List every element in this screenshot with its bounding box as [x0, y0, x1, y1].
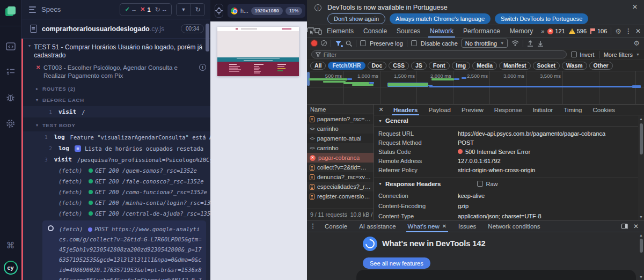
- see-all-features-button[interactable]: See all new features: [363, 257, 430, 269]
- chip-wasm[interactable]: Wasm: [562, 62, 587, 70]
- drawer-close-icon[interactable]: ✕: [633, 223, 639, 230]
- drawer-scrollbar[interactable]: ▲ ▼: [638, 232, 644, 280]
- network-settings-icon[interactable]: ⚙: [633, 39, 640, 47]
- clear-network-log-icon[interactable]: [321, 40, 327, 46]
- tab-elements[interactable]: Elements: [322, 25, 358, 38]
- tab-cookies[interactable]: Cookies: [587, 105, 620, 115]
- raw-headers-checkbox[interactable]: [477, 181, 483, 187]
- filter-input[interactable]: [324, 51, 562, 58]
- command-row[interactable]: 1 log Feature "visualizarAgendarConsulta…: [23, 131, 210, 143]
- browser-code-icon[interactable]: [0, 36, 21, 56]
- response-headers-section-header[interactable]: ▼ Response Headers Raw: [374, 178, 644, 189]
- network-log-row[interactable]: (fetch) GET 200 /central-de-ajuda?_rsc=1…: [23, 208, 210, 219]
- selected-network-log[interactable]: (fetch)POST https://www.google-analytics…: [42, 220, 206, 280]
- tab-performance[interactable]: Performance: [458, 25, 505, 38]
- more-tabs-icon[interactable]: »: [538, 28, 547, 34]
- command-row[interactable]: 1 visit /: [23, 106, 210, 117]
- network-log-row[interactable]: (fetch) GET 200 /quem-somos?_rsc=1352e: [23, 165, 210, 176]
- settings-gear-icon[interactable]: [0, 113, 21, 134]
- chip-all[interactable]: All: [310, 62, 326, 70]
- header-row[interactable]: Remote Address127.0.0.1:61792: [374, 156, 644, 165]
- scrollbar-thumb[interactable]: [640, 239, 643, 253]
- drawer-tab-console[interactable]: Console: [319, 220, 353, 232]
- reporter-scrollbar[interactable]: [206, 21, 209, 278]
- app-preview-screenshot[interactable]: [217, 27, 299, 76]
- test-body-section[interactable]: ▾ TEST BODY: [23, 118, 210, 131]
- suite-row[interactable]: ▾ TEST 51 - Comprar Horários Usuário não…: [23, 39, 210, 62]
- network-conditions-icon[interactable]: [511, 40, 519, 46]
- request-row-selected[interactable]: ✕pagar-cobranca: [307, 153, 374, 163]
- scroll-up-icon[interactable]: ▲: [639, 233, 643, 237]
- request-row[interactable]: register-conversion?_c...: [307, 191, 374, 201]
- drawer-tab-whats-new[interactable]: What's new✕: [402, 220, 452, 232]
- drawer-tab-issues[interactable]: Issues: [452, 220, 482, 232]
- search-icon[interactable]: [346, 40, 352, 47]
- drawer-tab-ai-assistance[interactable]: AI assistance: [353, 220, 401, 232]
- chip-font[interactable]: Font: [429, 62, 450, 70]
- inspect-element-icon[interactable]: [307, 27, 314, 35]
- dont-show-again-button[interactable]: Don't show again: [327, 13, 385, 24]
- request-list-header[interactable]: Name: [307, 105, 374, 114]
- devtools-close-icon[interactable]: ✕: [635, 27, 641, 35]
- header-row[interactable]: Status Code500 Internal Server Error: [374, 147, 644, 156]
- devtools-settings-icon[interactable]: ⚙: [615, 27, 621, 35]
- drawer-tab-network-conditions[interactable]: Network conditions: [482, 220, 546, 232]
- keyboard-shortcuts-icon[interactable]: ⌘: [0, 235, 21, 255]
- warning-count-badge[interactable]: 596: [569, 28, 587, 34]
- chip-media[interactable]: Media: [472, 62, 497, 70]
- filter-funnel-icon[interactable]: [335, 40, 342, 46]
- match-language-button[interactable]: Always match Chrome's language: [390, 13, 491, 24]
- network-log-row[interactable]: (fetch) GET 200 /fale-conosco?_rsc=1352e: [23, 176, 210, 187]
- tab-timing[interactable]: Timing: [558, 105, 587, 115]
- chip-js[interactable]: JS: [411, 62, 427, 70]
- tab-headers[interactable]: Headers: [388, 105, 423, 115]
- import-har-icon[interactable]: [527, 40, 533, 47]
- header-row[interactable]: Referrer Policystrict-origin-when-cross-…: [374, 165, 644, 174]
- request-row[interactable]: <>pagamento-atual: [307, 134, 374, 143]
- header-row[interactable]: Content-Typeapplication/json; charset=UT…: [374, 211, 644, 220]
- chip-img[interactable]: Img: [452, 62, 471, 70]
- issues-count-badge[interactable]: 106: [590, 28, 607, 34]
- tab-payload[interactable]: Payload: [423, 105, 456, 115]
- tab-memory[interactable]: Memory: [505, 25, 538, 38]
- record-network-log-icon[interactable]: [311, 40, 317, 46]
- chip-css[interactable]: CSS: [389, 62, 409, 70]
- request-row[interactable]: collect?v=2&tid=G-L7...: [307, 163, 374, 172]
- pinned-radio-icon[interactable]: [48, 225, 54, 231]
- header-row[interactable]: Content-Encodinggzip: [374, 201, 644, 211]
- scrollbar-thumb[interactable]: [206, 24, 209, 51]
- invert-checkbox[interactable]: [571, 51, 577, 57]
- chip-doc[interactable]: Doc: [368, 62, 387, 70]
- command-row[interactable]: 3 visit /pesquisa?no_profissional=Psicol…: [23, 154, 210, 165]
- tab-preview[interactable]: Preview: [456, 105, 489, 115]
- network-overview-timeline[interactable]: 500 ms 1,000 ms 1,500 ms 2,000 ms 2,500 …: [307, 71, 644, 105]
- before-each-section[interactable]: ▾ BEFORE EACH: [23, 94, 210, 106]
- throttling-select[interactable]: No throttling ▼: [462, 39, 508, 48]
- request-row[interactable]: especialidades?_rsc=x...: [307, 182, 374, 191]
- collapse-all-button[interactable]: ▼: [177, 4, 191, 16]
- switch-language-button[interactable]: Switch DevTools to Portuguese: [495, 13, 588, 24]
- detail-scrollbar[interactable]: ▲ ▼: [638, 116, 644, 220]
- chip-manifest[interactable]: Manifest: [499, 62, 531, 70]
- infobar-close-icon[interactable]: ✕: [632, 3, 638, 11]
- request-row[interactable]: <>carrinho: [307, 124, 374, 134]
- command-row[interactable]: 2 log ≣ Lista de horários ocupados reset…: [23, 143, 210, 154]
- cypress-logo[interactable]: cy: [0, 255, 21, 280]
- scroll-down-icon[interactable]: ▼: [639, 275, 643, 279]
- more-filters-label[interactable]: More filters: [604, 51, 633, 58]
- network-log-row[interactable]: (fetch) GET 200 /como-funciona?_rsc=1352…: [23, 187, 210, 197]
- scrollbar-thumb[interactable]: [640, 123, 643, 154]
- tab-console[interactable]: Console: [358, 25, 392, 38]
- close-tab-icon[interactable]: ✕: [442, 223, 447, 229]
- selector-playground-button[interactable]: [215, 4, 223, 18]
- drawer-menu-icon[interactable]: ⋮: [307, 223, 319, 230]
- dock-panel-icon[interactable]: [621, 224, 628, 229]
- chip-fetch-xhr[interactable]: Fetch/XHR: [328, 62, 365, 70]
- request-row[interactable]: denuncia?_rsc=xvf8a: [307, 172, 374, 182]
- routes-section[interactable]: ▸ ROUTES (2): [23, 83, 210, 94]
- cypress-specs-logo-icon[interactable]: [0, 0, 21, 24]
- failed-test-row[interactable]: ✕ CT003 - Escolher Psicólogo, Agendar Co…: [23, 62, 210, 83]
- tab-response[interactable]: Response: [489, 105, 528, 115]
- debug-bug-icon[interactable]: [0, 87, 21, 108]
- spec-file-row[interactable]: comprarhorariousuariodeslogado .cy.js 00…: [21, 19, 210, 39]
